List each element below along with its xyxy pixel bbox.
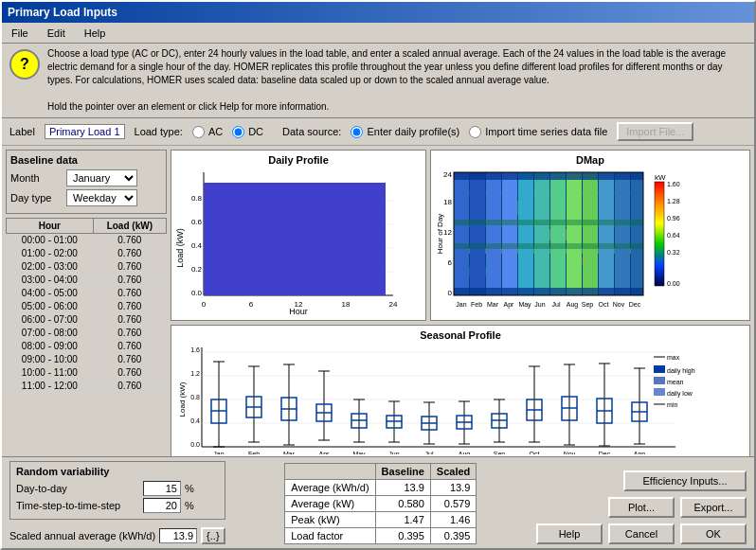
svg-rect-17: [242, 183, 249, 295]
menu-help[interactable]: Help: [79, 26, 112, 41]
hour-table-container[interactable]: Hour Load (kW) 00:00 - 01:000.76001:00 -…: [6, 218, 167, 402]
day-type-select[interactable]: Weekday Weekend All: [66, 189, 137, 206]
bottom-right: Efficiency Inputs... Plot... Export... H…: [536, 470, 747, 544]
day-to-day-percent: %: [185, 483, 194, 494]
stats-row: Average (kW)0.5800.579: [285, 496, 477, 512]
stats-baseline-cell: 0.580: [375, 496, 430, 512]
radio-enter-daily-input[interactable]: [351, 126, 363, 138]
load-cell[interactable]: 0.760: [93, 327, 166, 340]
svg-text:Mar: Mar: [487, 301, 499, 308]
hour-table-row[interactable]: 08:00 - 09:000.760: [7, 340, 167, 353]
hour-table-row[interactable]: 11:00 - 12:000.760: [7, 380, 167, 393]
load-cell[interactable]: 0.760: [93, 300, 166, 313]
info-bar: ? Choose a load type (AC or DC), enter 2…: [2, 44, 754, 118]
load-cell[interactable]: 0.760: [93, 380, 166, 393]
stats-table: Baseline Scaled Average (kWh/d)13.913.9A…: [284, 463, 477, 544]
load-cell[interactable]: 0.760: [93, 340, 166, 353]
radio-import[interactable]: Import time series data file: [469, 126, 607, 138]
radio-dc-input[interactable]: [232, 126, 244, 138]
load-cell[interactable]: 0.760: [93, 287, 166, 300]
load-cell[interactable]: 0.760: [93, 247, 166, 260]
hour-table-row[interactable]: 06:00 - 07:000.760: [7, 313, 167, 327]
svg-rect-71: [454, 243, 643, 249]
hour-cell: 02:00 - 03:00: [7, 260, 94, 274]
scaled-label: Scaled annual average (kWh/d): [9, 530, 155, 541]
time-step-value[interactable]: 20: [143, 498, 181, 513]
import-file-button[interactable]: Import File...: [617, 122, 693, 141]
svg-text:Ann: Ann: [634, 451, 646, 454]
scaled-value[interactable]: 13.9: [159, 528, 197, 543]
plot-export-row: Plot... Export...: [608, 497, 747, 518]
svg-text:18: 18: [342, 300, 351, 309]
month-select[interactable]: January February March April May June Ju…: [66, 169, 137, 186]
stats-baseline-cell: 13.9: [375, 480, 430, 496]
hour-cell: 11:00 - 12:00: [7, 380, 94, 393]
stats-label-cell: Peak (kW): [285, 512, 375, 528]
svg-rect-35: [378, 183, 386, 295]
radio-ac-input[interactable]: [192, 126, 205, 138]
radio-enter-daily[interactable]: Enter daily profile(s): [351, 126, 459, 138]
load-cell[interactable]: 0.760: [93, 366, 166, 380]
edit-scaled-button[interactable]: {..}: [201, 527, 225, 544]
cancel-button[interactable]: Cancel: [608, 523, 675, 544]
svg-text:May: May: [518, 301, 531, 309]
help-button[interactable]: Help: [536, 523, 603, 544]
svg-text:Dec: Dec: [629, 301, 641, 308]
seasonal-profile-svg: Load (kW) 0.0 0.4 0.8 1.2 1.6: [175, 343, 746, 454]
efficiency-inputs-button[interactable]: Efficiency Inputs...: [623, 470, 747, 491]
stats-baseline-cell: 0.395: [375, 528, 430, 544]
load-cell[interactable]: 0.760: [93, 234, 166, 247]
svg-text:Nov: Nov: [613, 301, 625, 308]
load-cell[interactable]: 0.760: [93, 274, 166, 287]
hour-table-row[interactable]: 07:00 - 08:000.760: [7, 327, 167, 340]
hour-table-row[interactable]: 04:00 - 05:000.760: [7, 287, 167, 300]
radio-dc[interactable]: DC: [232, 126, 263, 138]
stats-row: Load factor0.3950.395: [285, 528, 477, 544]
col-hour: Hour: [7, 219, 94, 234]
load-cell[interactable]: 0.760: [93, 313, 166, 327]
menu-edit[interactable]: Edit: [42, 26, 71, 41]
daily-profile-svg: Load (kW) 0.0 0.2 0.4 0.6 0.8: [175, 168, 422, 314]
svg-text:kW: kW: [655, 173, 666, 182]
label-value[interactable]: Primary Load 1: [45, 124, 125, 139]
svg-rect-29: [333, 183, 340, 295]
hour-table-row[interactable]: 05:00 - 06:000.760: [7, 300, 167, 313]
day-to-day-value[interactable]: 15: [143, 481, 181, 496]
month-label: Month: [10, 172, 63, 184]
hour-table-row[interactable]: 10:00 - 11:000.760: [7, 366, 167, 380]
menu-file[interactable]: File: [6, 26, 34, 41]
stats-row: Average (kWh/d)13.913.9: [285, 480, 477, 496]
hour-table-row[interactable]: 03:00 - 04:000.760: [7, 274, 167, 287]
svg-text:Apr: Apr: [319, 451, 331, 454]
dmap-chart: DMap 0 6 12 18 24 Hour of Day: [430, 150, 750, 321]
scaled-annual-row: Scaled annual average (kWh/d) 13.9 {..}: [9, 527, 225, 544]
hour-table-row[interactable]: 02:00 - 03:000.760: [7, 260, 167, 274]
load-cell[interactable]: 0.760: [93, 260, 166, 274]
radio-ac[interactable]: AC: [192, 126, 223, 138]
bottom-bar: Random variability Day-to-day 15 % Time-…: [2, 456, 754, 548]
radio-import-input[interactable]: [469, 126, 481, 138]
svg-rect-61: [534, 172, 549, 295]
stats-scaled-cell: 0.579: [430, 496, 476, 512]
day-to-day-label: Day-to-day: [16, 483, 139, 494]
export-button[interactable]: Export...: [680, 497, 747, 518]
hour-cell: 06:00 - 07:00: [7, 313, 94, 327]
svg-text:0: 0: [448, 289, 453, 297]
svg-text:Jun: Jun: [388, 451, 399, 454]
svg-text:0.8: 0.8: [190, 394, 200, 400]
hour-table-row[interactable]: 09:00 - 10:000.760: [7, 353, 167, 366]
info-text-1: Choose a load type (AC or DC), enter 24 …: [47, 48, 726, 85]
plot-button[interactable]: Plot...: [608, 497, 675, 518]
hour-cell: 04:00 - 05:00: [7, 287, 94, 300]
hour-table-row[interactable]: 01:00 - 02:000.760: [7, 247, 167, 260]
svg-rect-59: [502, 172, 517, 295]
svg-text:Sep: Sep: [494, 451, 506, 454]
right-panel: Daily Profile Load (kW) 0.0 0.2 0.4 0.6 …: [171, 150, 750, 452]
ok-button[interactable]: OK: [680, 523, 747, 544]
svg-rect-12: [204, 183, 211, 295]
hour-table-row[interactable]: 00:00 - 01:000.760: [7, 234, 167, 247]
label-row: Label Primary Load 1 Load type: AC DC Da…: [2, 118, 754, 146]
dmap-svg: 0 6 12 18 24 Hour of Day: [435, 168, 746, 314]
svg-text:0.2: 0.2: [191, 265, 203, 274]
load-cell[interactable]: 0.760: [93, 353, 166, 366]
